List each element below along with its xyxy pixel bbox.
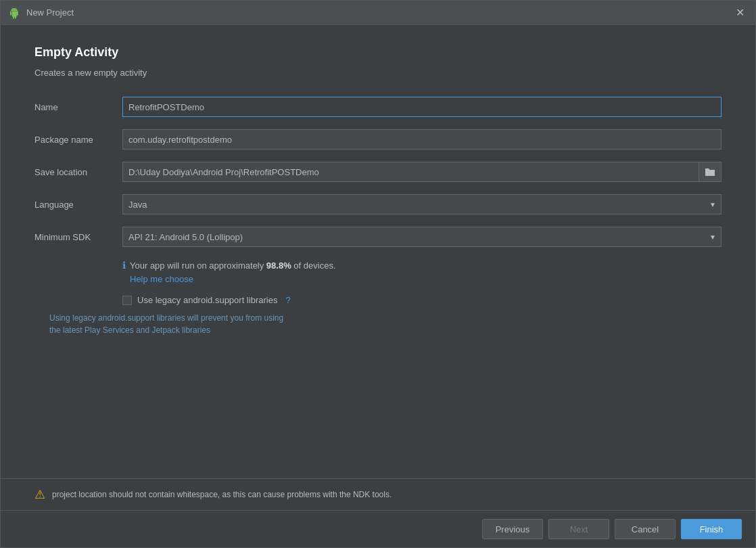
legacy-checkbox[interactable] (122, 296, 132, 305)
section-subtitle: Creates a new empty activity (34, 68, 722, 78)
legacy-checkbox-text: Use legacy android.support libraries (137, 295, 277, 305)
language-select[interactable]: Java Kotlin (122, 194, 722, 214)
section-title: Empty Activity (34, 45, 722, 60)
min-sdk-row: Minimum SDK API 16: Android 4.1 (Jelly B… (34, 227, 722, 247)
warning-icon: ⚠ (34, 487, 45, 502)
dialog-footer: Previous Next Cancel Finish (1, 510, 755, 547)
legacy-checkbox-label[interactable]: Use legacy android.support libraries ? (122, 295, 291, 305)
min-sdk-label: Minimum SDK (34, 232, 122, 242)
save-location-input[interactable] (122, 162, 699, 182)
help-me-choose-link[interactable]: Help me choose (130, 274, 193, 284)
close-button[interactable]: ✕ (732, 5, 749, 20)
min-sdk-select[interactable]: API 16: Android 4.1 (Jelly Bean) API 21:… (122, 227, 722, 247)
language-select-wrapper: Java Kotlin ▼ (122, 194, 722, 214)
name-input[interactable] (122, 97, 722, 117)
save-location-field-group (122, 162, 722, 182)
legacy-help-icon[interactable]: ? (285, 295, 290, 305)
device-coverage-text: Your app will run on approximately 98.8%… (130, 259, 336, 286)
package-name-input[interactable] (122, 129, 722, 150)
info-text-bold: 98.8% (266, 260, 291, 271)
info-text-before: Your app will run on approximately (130, 260, 266, 271)
min-sdk-select-wrapper: API 16: Android 4.1 (Jelly Bean) API 21:… (122, 227, 722, 247)
warning-text: project location should not contain whit… (52, 490, 392, 499)
finish-button[interactable]: Finish (681, 519, 742, 539)
cancel-button[interactable]: Cancel (615, 519, 676, 539)
title-bar: New Project ✕ (1, 1, 755, 25)
name-row: Name (34, 97, 722, 117)
device-coverage-info: ℹ Your app will run on approximately 98.… (122, 259, 722, 286)
language-label: Language (34, 200, 122, 210)
folder-icon (705, 167, 715, 177)
dialog-title: New Project (26, 7, 732, 18)
language-row: Language Java Kotlin ▼ (34, 194, 722, 214)
save-location-label: Save location (34, 167, 122, 177)
browse-folder-button[interactable] (699, 162, 722, 182)
next-button: Next (548, 519, 609, 539)
legacy-checkbox-row: Use legacy android.support libraries ? (122, 295, 722, 305)
android-logo-icon (7, 6, 21, 20)
package-name-label: Package name (34, 135, 122, 145)
warning-bar: ⚠ project location should not contain wh… (1, 478, 755, 510)
previous-button[interactable]: Previous (482, 519, 543, 539)
info-icon: ℹ (122, 260, 126, 271)
name-label: Name (34, 102, 122, 112)
dialog-content: Empty Activity Creates a new empty activ… (1, 25, 755, 478)
package-name-row: Package name (34, 129, 722, 150)
new-project-dialog: New Project ✕ Empty Activity Creates a n… (0, 0, 756, 548)
save-location-row: Save location (34, 162, 722, 182)
legacy-checkbox-description: Using legacy android.support libraries w… (49, 312, 722, 336)
info-text-after: of devices. (291, 260, 336, 271)
